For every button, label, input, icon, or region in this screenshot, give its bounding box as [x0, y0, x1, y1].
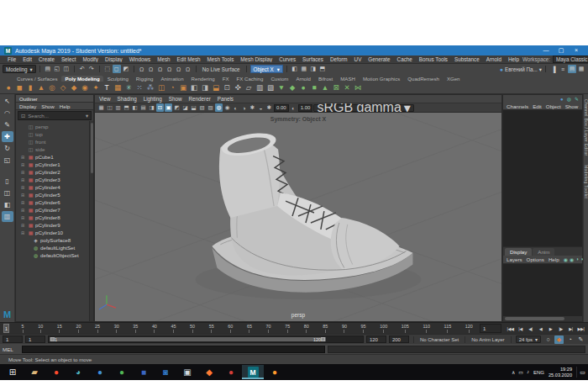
bevel-icon[interactable]: ◆: [287, 82, 297, 93]
menu-item[interactable]: UV: [351, 56, 365, 62]
outliner-item[interactable]: ⊞ ▦ pCube1: [16, 153, 89, 161]
expand-icon[interactable]: ⊞: [21, 223, 26, 228]
screen-space-ao-icon[interactable]: ✱: [249, 103, 256, 112]
command-input[interactable]: [22, 346, 325, 353]
snap-view-plane-icon[interactable]: Ω: [175, 65, 183, 73]
channel-box-menu-item[interactable]: Show: [565, 103, 578, 109]
viewport-menu-item[interactable]: View: [99, 96, 111, 102]
taskbar-app-icon[interactable]: ●: [111, 365, 133, 379]
outliner-item[interactable]: ⊞ ▦ pCylinder1: [16, 161, 89, 168]
symmetry-select[interactable]: Object X ▾: [250, 65, 283, 73]
current-frame-field[interactable]: 1: [480, 324, 501, 333]
playback-options-icon[interactable]: ◔: [565, 336, 575, 344]
layer-editor-tab[interactable]: Anim: [533, 248, 554, 256]
toggle-attribute-editor-icon[interactable]: ▐: [549, 65, 558, 73]
shelf-tab[interactable]: FX Caching: [234, 76, 267, 82]
firefox-icon[interactable]: ●: [264, 365, 286, 379]
shelf-tab[interactable]: Arnold: [292, 76, 314, 82]
menu-item[interactable]: Arnold: [483, 56, 505, 62]
layer-visibility-icon[interactable]: ◉: [564, 256, 568, 262]
outliner-tab[interactable]: Outliner: [16, 95, 93, 103]
snap-grid-icon[interactable]: Ω: [138, 65, 146, 73]
menu-item[interactable]: Bonus Tools: [416, 56, 451, 62]
outliner-item[interactable]: ◈ polySurface8: [16, 236, 89, 244]
fps-select[interactable]: 24 fps ▾: [516, 336, 541, 343]
step-back-key-button[interactable]: ◀|: [526, 325, 535, 333]
outliner-item[interactable]: ◫ front: [16, 138, 89, 145]
expand-icon[interactable]: ⊞: [21, 193, 26, 198]
scale-tool-icon[interactable]: ◱: [2, 155, 13, 166]
menu-item[interactable]: Windows: [126, 56, 155, 62]
expand-icon[interactable]: ⊞: [21, 185, 26, 190]
platonic-solid-icon[interactable]: ◉: [80, 82, 90, 93]
sidebar-vertical-tab[interactable]: Modeling Toolkit: [584, 165, 588, 199]
play-backwards-button[interactable]: ◀: [536, 325, 545, 333]
taskbar-app-icon[interactable]: ◕: [67, 365, 89, 379]
menu-item[interactable]: Mesh Tools: [204, 56, 238, 62]
menu-item[interactable]: File: [4, 56, 19, 62]
lasso-tool-icon[interactable]: ◠: [2, 108, 13, 119]
particle-grid-icon[interactable]: ⁂: [145, 82, 155, 93]
range-slider[interactable]: 1 120: [48, 336, 364, 343]
combine-icon[interactable]: ◫: [156, 82, 166, 93]
taskbar-app-icon[interactable]: ●: [89, 365, 111, 379]
target-weld-icon[interactable]: ⊠: [331, 82, 341, 93]
field-chart-icon[interactable]: ◪: [181, 103, 189, 112]
symmetrize-icon[interactable]: ⋈: [353, 82, 363, 93]
command-language-label[interactable]: MEL: [3, 346, 19, 352]
viewport-menu-item[interactable]: Show: [169, 96, 182, 102]
playback-end-field[interactable]: 120: [366, 336, 386, 343]
menu-set-select[interactable]: Modeling ▾: [3, 65, 36, 73]
workspace-select[interactable]: Maya Classic ▾: [553, 55, 588, 63]
tray-expand-icon[interactable]: ∧: [512, 369, 515, 375]
user-account-icon[interactable]: ●: [560, 97, 564, 102]
shelf-tab[interactable]: Sculpting: [104, 76, 132, 82]
outliner-menu-item[interactable]: Help: [60, 103, 71, 109]
layer-editor-tab[interactable]: Display: [505, 248, 532, 256]
filter-icon[interactable]: ▾: [86, 113, 88, 119]
poly-torus-icon[interactable]: ◎: [47, 82, 57, 93]
menu-item[interactable]: Curves: [276, 56, 299, 62]
maximize-button[interactable]: ▢: [554, 47, 569, 54]
make-live-icon[interactable]: Ω: [184, 65, 192, 73]
shaded-icon[interactable]: ◍: [215, 103, 223, 112]
taskbar-app-icon[interactable]: ■: [133, 365, 155, 379]
menu-item[interactable]: Generate: [365, 56, 393, 62]
current-time-marker[interactable]: 1: [3, 324, 9, 333]
paint-select-tool-icon[interactable]: ✎: [2, 119, 13, 130]
menu-item[interactable]: Edit Mesh: [174, 56, 204, 62]
viewport-menu-item[interactable]: Renderer: [188, 96, 210, 102]
snap-point-icon[interactable]: Ω: [156, 65, 165, 73]
expand-icon[interactable]: ⊞: [21, 230, 26, 235]
smooth-icon[interactable]: ▣: [178, 82, 188, 93]
render-current-frame-icon[interactable]: ▦: [300, 65, 308, 73]
layout-single-pane-icon[interactable]: ▯: [2, 176, 13, 187]
new-scene-icon[interactable]: ▤: [44, 65, 52, 73]
taskbar-clock[interactable]: 19:29 25.03.2020: [549, 367, 572, 378]
toggle-channel-box-icon[interactable]: ▤: [568, 65, 576, 73]
bridge-icon[interactable]: ●: [298, 82, 308, 93]
channel-box-menu-item[interactable]: Object: [546, 103, 561, 109]
svg-tool-icon[interactable]: ▦: [113, 82, 123, 93]
outliner-item[interactable]: ◫ top: [16, 130, 89, 138]
outliner-item[interactable]: ⊞ ▦ pCylinder2: [16, 168, 89, 176]
outliner-item[interactable]: ◫ side: [16, 145, 89, 153]
expand-icon[interactable]: ⊞: [21, 162, 26, 167]
connect-icon[interactable]: ▨: [265, 82, 276, 93]
render-view-icon[interactable]: ◧: [291, 65, 299, 73]
reduce-icon[interactable]: ⊡: [222, 82, 232, 93]
append-polygon-icon[interactable]: ▲: [320, 82, 330, 93]
move-tool-icon[interactable]: ✚: [2, 131, 13, 142]
viewport-canvas[interactable]: Symmetry: Object X persp: [95, 113, 501, 321]
animation-start-field[interactable]: 1: [3, 336, 23, 343]
expand-icon[interactable]: ⊞: [21, 215, 26, 220]
scrollbar-thumb[interactable]: [505, 317, 564, 320]
shelf-tab[interactable]: XGen: [444, 76, 464, 82]
lighting-icon[interactable]: ◐: [232, 103, 239, 112]
go-to-end-button[interactable]: ▶▶|: [576, 325, 585, 333]
select-component-icon[interactable]: ◩: [122, 65, 130, 73]
expand-icon[interactable]: ⊞: [21, 170, 26, 175]
expand-icon[interactable]: ⊞: [21, 208, 26, 213]
mirror-icon[interactable]: ⬓: [211, 82, 221, 93]
close-button[interactable]: ×: [569, 47, 584, 54]
